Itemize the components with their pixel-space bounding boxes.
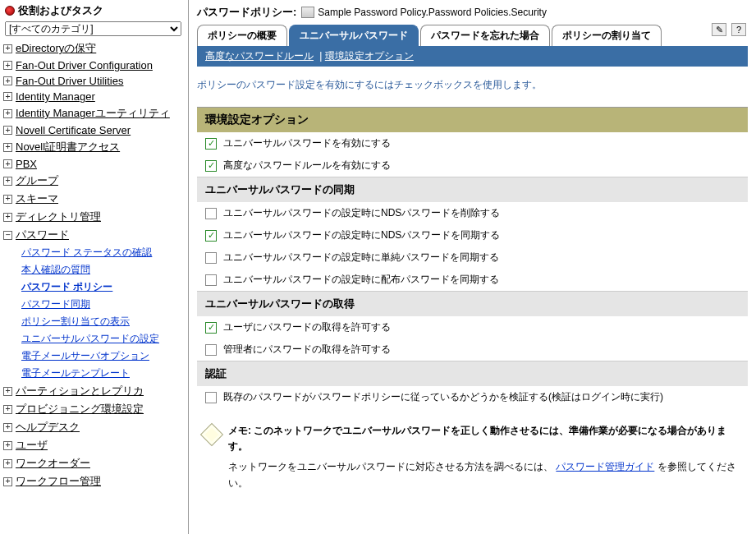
sidebar-item[interactable]: +パーティションとレプリカ <box>0 382 186 400</box>
tab[interactable]: ポリシーの割り当て <box>552 25 662 46</box>
checkbox[interactable]: ✓ <box>205 252 217 264</box>
sidebar-item-label[interactable]: ワークフロー管理 <box>16 474 101 489</box>
memo-sub: ネットワークをユニバーサルパスワードに対応させる方法を調べるには、 パスワード管… <box>228 459 748 490</box>
expand-icon[interactable]: + <box>3 405 12 414</box>
sidebar-item-label[interactable]: ディレクトリ管理 <box>16 209 101 224</box>
sidebar-item-label[interactable]: Novell Certificate Server <box>16 124 131 136</box>
sidebar-item[interactable]: +Fan-Out Driver Configuration <box>0 58 186 73</box>
sidebar-subitem[interactable]: 本人確認の質問 <box>21 264 90 275</box>
sidebar-item[interactable]: −パスワード <box>0 226 186 244</box>
sidebar-item-label[interactable]: Identity Manager <box>16 90 95 103</box>
sidebar-item-label[interactable]: PBX <box>16 158 37 170</box>
option-row: ✓管理者にパスワードの取得を許可する <box>197 338 748 361</box>
expand-icon[interactable]: + <box>3 126 12 135</box>
memo-label: メモ: <box>228 425 251 436</box>
section-header: ユニバーサルパスワードの同期 <box>197 177 748 202</box>
sidebar-item-label[interactable]: ユーザ <box>16 438 48 453</box>
option-label: 既存のパスワードがパスワードポリシーに従っているかどうかを検証する(検証はログイ… <box>223 390 663 404</box>
sidebar-item[interactable]: +プロビジョニング環境設定 <box>0 400 186 418</box>
expand-icon[interactable]: + <box>3 423 12 432</box>
intro-text: ポリシーのパスワード設定を有効にするにはチェックボックスを使用します。 <box>197 78 748 92</box>
subtab-advanced[interactable]: 高度なパスワードルール <box>205 50 314 62</box>
expand-icon[interactable]: + <box>3 459 12 468</box>
subtabs: 高度なパスワードルール | 環境設定オプション <box>197 46 748 67</box>
category-select[interactable]: [すべてのカテゴリ] <box>5 21 181 36</box>
expand-icon[interactable]: + <box>3 159 12 168</box>
sidebar-item[interactable]: +ディレクトリ管理 <box>0 208 186 226</box>
tool-icon[interactable]: ✎ <box>712 23 726 36</box>
sidebar-item[interactable]: +ワークオーダー <box>0 454 186 472</box>
option-label: ユーザにパスワードの取得を許可する <box>223 320 391 334</box>
expand-icon[interactable]: + <box>3 92 12 101</box>
sidebar-subitem[interactable]: パスワード ステータスの確認 <box>21 246 152 258</box>
memo-box: メモ: このネットワークでユニバーサルパスワードを正しく動作させるには、準備作業… <box>197 423 748 454</box>
option-row: ✓高度なパスワードルールを有効にする <box>197 154 748 177</box>
sidebar-item-label[interactable]: Identity Managerユーティリティ <box>16 106 170 121</box>
sidebar-title-text: 役割およびタスク <box>18 3 103 18</box>
tab[interactable]: ポリシーの概要 <box>197 25 287 46</box>
sidebar-item[interactable]: +Novell証明書アクセス <box>0 138 186 156</box>
sidebar-item[interactable]: +Novell Certificate Server <box>0 122 186 138</box>
sidebar-item-label[interactable]: ワークオーダー <box>16 456 90 471</box>
checkbox[interactable]: ✓ <box>205 392 217 403</box>
help-icon[interactable]: ? <box>731 23 746 36</box>
checkbox[interactable]: ✓ <box>205 344 217 356</box>
checkbox[interactable]: ✓ <box>205 322 217 334</box>
sidebar-item-label[interactable]: ヘルプデスク <box>16 420 80 435</box>
sidebar-item[interactable]: +Fan-Out Driver Utilities <box>0 73 186 89</box>
sidebar-item-label[interactable]: Fan-Out Driver Configuration <box>16 59 153 71</box>
sidebar-item[interactable]: +グループ <box>0 172 186 190</box>
collapse-icon[interactable]: − <box>3 231 12 240</box>
option-label: ユニバーサルパスワードの設定時にNDSパスワードを同期する <box>223 228 500 242</box>
expand-icon[interactable]: + <box>3 441 12 450</box>
sidebar-item-label[interactable]: プロビジョニング環境設定 <box>16 402 144 417</box>
sidebar-item[interactable]: +Identity Managerユーティリティ <box>0 104 186 122</box>
object-icon <box>301 7 314 18</box>
sidebar-item[interactable]: +eDirectoryの保守 <box>0 39 186 58</box>
sidebar-item[interactable]: +ワークフロー管理 <box>0 472 186 490</box>
tab[interactable]: ユニバーサルパスワード <box>289 25 419 46</box>
expand-icon[interactable]: + <box>3 76 12 85</box>
sidebar-subitem[interactable]: パスワード ポリシー <box>21 281 112 292</box>
sidebar-item-label[interactable]: グループ <box>16 173 58 188</box>
expand-icon[interactable]: + <box>3 44 12 53</box>
checkbox[interactable]: ✓ <box>205 208 217 219</box>
memo-link[interactable]: パスワード管理ガイド <box>556 461 654 472</box>
expand-icon[interactable]: + <box>3 109 12 118</box>
expand-icon[interactable]: + <box>3 61 12 70</box>
expand-icon[interactable]: + <box>3 143 12 152</box>
sidebar-item-label[interactable]: パーティションとレプリカ <box>16 384 144 398</box>
tab[interactable]: パスワードを忘れた場合 <box>420 25 550 46</box>
sidebar-subitem[interactable]: ポリシー割り当ての表示 <box>21 315 130 327</box>
option-label: ユニバーサルパスワードの設定時にNDSパスワードを削除する <box>223 206 500 220</box>
expand-icon[interactable]: + <box>3 477 12 486</box>
sidebar-subitem[interactable]: パスワード同期 <box>21 298 90 310</box>
checkbox[interactable]: ✓ <box>205 230 217 242</box>
expand-icon[interactable]: + <box>3 213 12 222</box>
sidebar-item-label[interactable]: パスワード <box>16 228 69 242</box>
checkbox[interactable]: ✓ <box>205 160 217 172</box>
sidebar-item-label[interactable]: スキーマ <box>16 191 58 206</box>
sidebar-item[interactable]: +ヘルプデスク <box>0 418 186 436</box>
option-row: ✓ユニバーサルパスワードの設定時にNDSパスワードを削除する <box>197 202 748 224</box>
expand-icon[interactable]: + <box>3 177 12 186</box>
expand-icon[interactable]: + <box>3 387 12 396</box>
checkbox[interactable]: ✓ <box>205 274 217 286</box>
subtab-config[interactable]: 環境設定オプション <box>325 50 414 62</box>
sidebar-item-label[interactable]: Fan-Out Driver Utilities <box>16 75 123 87</box>
option-label: 高度なパスワードルールを有効にする <box>223 159 391 173</box>
sidebar-item[interactable]: +スキーマ <box>0 190 186 208</box>
expand-icon[interactable]: + <box>3 195 12 204</box>
sidebar-subitem[interactable]: ユニバーサルパスワードの設定 <box>21 333 159 344</box>
sidebar-item[interactable]: +PBX <box>0 156 186 172</box>
sidebar-subitem[interactable]: 電子メールサーバオプション <box>21 350 149 361</box>
sidebar: 役割およびタスク [すべてのカテゴリ] +eDirectoryの保守+Fan-O… <box>0 0 189 534</box>
checkbox[interactable]: ✓ <box>205 138 217 150</box>
sidebar-subitem[interactable]: 電子メールテンプレート <box>21 367 130 379</box>
sidebar-item[interactable]: +ユーザ <box>0 436 186 454</box>
option-row: ✓ユニバーサルパスワードの設定時に単純パスワードを同期する <box>197 246 748 269</box>
sidebar-item-label[interactable]: Novell証明書アクセス <box>16 140 120 154</box>
sidebar-item-label[interactable]: eDirectoryの保守 <box>16 41 96 56</box>
breadcrumb: Sample Password Policy.Password Policies… <box>318 7 547 18</box>
sidebar-item[interactable]: +Identity Manager <box>0 89 186 104</box>
